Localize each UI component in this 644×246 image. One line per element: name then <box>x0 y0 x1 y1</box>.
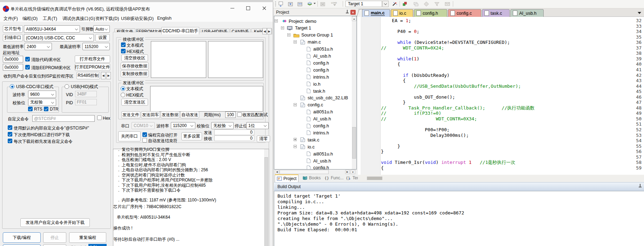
spin-left-button[interactable]: ◀ <box>101 72 106 79</box>
editor-tab[interactable]: task.c <box>482 9 510 17</box>
translate-icon[interactable] <box>278 1 284 7</box>
auto-end-checkbox[interactable] <box>142 138 147 142</box>
rts-checkbox[interactable] <box>28 107 33 111</box>
tree-item[interactable]: stc_usb_cdc_32.LIB <box>300 94 348 101</box>
scan-port-button[interactable]: 扫描串口 <box>3 34 23 41</box>
tree-expand-plus[interactable] <box>294 138 297 141</box>
max-baud-select[interactable]: 115200 <box>82 43 110 50</box>
recv-hex-mode-checkbox[interactable] <box>121 49 126 53</box>
copy-recv-button[interactable]: 复制接收数据 <box>121 70 149 77</box>
tree-item[interactable]: Source Group 1 <box>293 32 333 39</box>
tree-item[interactable]: config.h <box>306 164 329 169</box>
tree-item[interactable]: intrins.h <box>306 129 329 136</box>
default-cmd-checkbox[interactable] <box>8 125 12 130</box>
cdc-mode-radio[interactable] <box>10 84 14 89</box>
check-mcu-button[interactable]: 检测MCU选项 <box>3 244 41 246</box>
pin-icon[interactable] <box>346 10 349 14</box>
clear-eeprom-checkbox[interactable] <box>25 65 30 69</box>
editor-tab[interactable]: config.h <box>414 9 447 17</box>
tree-scroll-menu[interactable]: ▼ <box>350 170 355 174</box>
tree-vthumb[interactable] <box>352 127 356 159</box>
maximize-button[interactable] <box>243 4 253 12</box>
pins-select[interactable]: Auto <box>93 25 110 33</box>
match-test-checkbox[interactable] <box>237 112 242 117</box>
windows-copy-icon[interactable] <box>413 1 419 7</box>
tree-item[interactable]: io.h <box>306 80 321 87</box>
tree-expand-minus[interactable] <box>294 145 297 148</box>
tree-item[interactable]: config.c <box>300 101 323 108</box>
tree-item[interactable]: intrins.h <box>306 73 329 80</box>
batch-build-caret[interactable] <box>314 3 316 5</box>
titlebar[interactable]: 单片机在线升级编程仿真调试平台软件 (V6.95E), 远程现场升级APP发布 <box>0 2 273 15</box>
tab-scroll-left[interactable]: ◀ <box>262 28 267 34</box>
tree-item[interactable]: AI_usb.h <box>306 157 331 164</box>
menu-item[interactable]: 调试仿真接口(G) <box>62 16 95 22</box>
custom-cmd-input[interactable]: @STCISP# <box>32 115 95 122</box>
recv-text-area[interactable] <box>151 41 206 78</box>
tab-scroll-right[interactable]: ▶ <box>267 28 271 34</box>
clear-recv-button[interactable]: 清空接收区 <box>121 54 148 61</box>
rs485-button[interactable]: RS485控制 <box>76 72 100 79</box>
mesh-icon[interactable] <box>444 1 450 7</box>
open-eeprom-button[interactable]: 打开EEPROM文件 <box>75 64 110 71</box>
tree-expand-minus[interactable] <box>294 103 297 106</box>
tree-scroll-right[interactable]: ▶ <box>345 170 350 174</box>
panel-tab-project[interactable]: Project <box>275 174 298 182</box>
serial-port-select[interactable]: COM10 <box>132 122 155 129</box>
editor-tab[interactable]: config.c <box>448 9 481 17</box>
menu-item[interactable]: 文件(F) <box>4 16 18 22</box>
hid-mode-radio[interactable] <box>65 84 69 89</box>
tree-expand-minus[interactable] <box>275 19 278 22</box>
target-select[interactable]: Target 1 <box>346 1 382 7</box>
minimize-button[interactable] <box>227 4 237 12</box>
tree-item[interactable]: AI_usb.h <box>306 115 331 122</box>
stop-build-icon[interactable] <box>320 1 326 7</box>
tree-item[interactable]: ai8051u.h <box>306 46 333 53</box>
spin-right-button[interactable]: ▶ <box>106 72 111 79</box>
send-enter-button[interactable]: 发送回车 <box>141 111 160 118</box>
repeat-delay-select[interactable]: 3 秒 <box>88 244 107 246</box>
serial-parity-select[interactable]: 无校验 <box>211 122 234 129</box>
manage-components-icon[interactable] <box>402 1 408 7</box>
tree-item[interactable]: Target 1 <box>287 25 311 32</box>
recv-text-mode-checkbox[interactable] <box>121 42 126 47</box>
port-settings-button[interactable]: 设置 <box>95 34 110 41</box>
batch-build-icon[interactable] <box>307 1 313 7</box>
tree-item[interactable]: io.c <box>300 143 315 150</box>
editor-tab[interactable]: AI_usb.h <box>510 9 544 17</box>
funnel-icon[interactable] <box>434 1 440 7</box>
menu-item[interactable]: 资料下载(D) <box>95 16 119 22</box>
menu-item[interactable]: 编程(O) <box>22 16 38 22</box>
tree-scroll-up[interactable]: ▲ <box>352 16 356 21</box>
send-data-button[interactable]: 发送数据 <box>161 111 180 118</box>
editor-hthumb[interactable] <box>367 177 382 180</box>
code-addr-input[interactable]: 0x0000 <box>3 56 23 62</box>
tree-item[interactable]: ai8051u.h <box>306 108 333 115</box>
chip-model-select[interactable]: AI8051U-34K64 <box>24 25 80 33</box>
tree-item[interactable]: AI_usb.h <box>306 53 331 60</box>
download-button[interactable]: 下载/编程 <box>3 232 41 243</box>
tree-item[interactable]: config.h <box>306 122 329 129</box>
log-scrollbar-thumb[interactable] <box>264 157 268 246</box>
editor-tab[interactable]: main.c <box>362 9 390 17</box>
open-program-button[interactable]: 打开程序文件 <box>75 55 110 63</box>
build-output-caption[interactable]: Build Output <box>274 182 644 191</box>
min-baud-select[interactable]: 2400 <box>25 43 52 50</box>
assistant-tab[interactable]: CDC/HID-串口助手 <box>161 27 199 34</box>
code-editor[interactable]: 3233343536373839404142434445464748495051… <box>358 17 644 175</box>
tree-expand-minus[interactable] <box>287 33 290 36</box>
port-select[interactable]: (COM10) USB-CDC, CDC <box>24 34 94 41</box>
eeprom-addr-input[interactable]: 0x0000 <box>3 64 23 71</box>
clear-count-button[interactable]: 清零 <box>257 135 270 142</box>
tree-hthumb[interactable] <box>280 170 329 174</box>
editor-hscrollbar[interactable] <box>358 175 644 182</box>
build-icon[interactable] <box>288 1 294 7</box>
send-file-button[interactable]: 发送文件 <box>121 111 140 118</box>
stop-button[interactable]: 停止 <box>43 232 66 243</box>
recv-hex-area[interactable] <box>208 41 263 78</box>
repeat-program-button[interactable]: 重复编程 <box>69 232 106 243</box>
tree-item[interactable]: task.h <box>306 87 325 94</box>
build-output-content[interactable]: Build target 'Target 1'compiling io.c...… <box>274 191 644 246</box>
panel-tab-func[interactable]: {}Func... <box>322 174 346 181</box>
tree-expand-minus[interactable] <box>281 26 284 29</box>
